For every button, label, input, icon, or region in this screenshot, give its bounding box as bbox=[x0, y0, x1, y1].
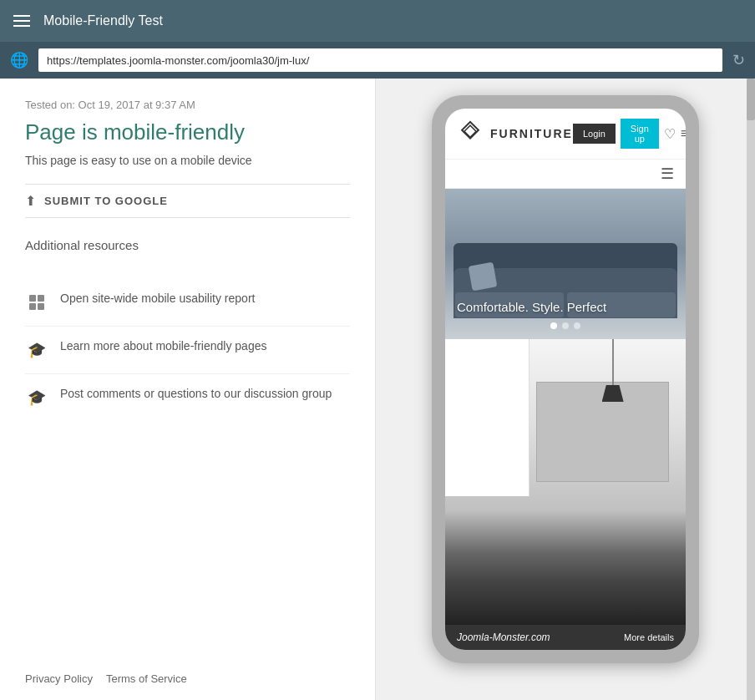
hamburger-icon[interactable]: ☰ bbox=[661, 165, 674, 183]
resource-text-report: Open site-wide mobile usability report bbox=[60, 291, 255, 307]
phone-nav-row2: ☰ bbox=[445, 160, 686, 189]
resource-list: Open site-wide mobile usability report 🎓… bbox=[25, 279, 350, 421]
globe-icon: 🌐 bbox=[10, 51, 28, 69]
submit-label: SUBMIT TO GOOGLE bbox=[44, 195, 168, 207]
discussion-icon: 🎓 bbox=[28, 388, 46, 407]
additional-resources-heading: Additional resources bbox=[25, 238, 350, 252]
resource-text-discuss: Post comments or questions to our discus… bbox=[60, 386, 332, 403]
browser-header: Mobile-Friendly Test bbox=[0, 0, 755, 42]
discuss-icon: 🎓 bbox=[25, 386, 48, 409]
resource-item-report[interactable]: Open site-wide mobile usability report bbox=[25, 279, 350, 327]
phone-bottom-bar: Joomla-Monster.com More details bbox=[445, 625, 686, 650]
phone-screen: FURNITURE Login Sign up ♡ ≡ 🛒 0 bbox=[445, 109, 686, 650]
scrollbar-thumb[interactable] bbox=[747, 79, 755, 120]
kitchen-lamp-pole bbox=[612, 339, 614, 389]
tested-on: Tested on: Oct 19, 2017 at 9:37 AM bbox=[25, 99, 350, 111]
main-content: Tested on: Oct 19, 2017 at 9:37 AM Page … bbox=[0, 79, 755, 700]
privacy-policy-link[interactable]: Privacy Policy bbox=[25, 672, 93, 685]
phone-frame: FURNITURE Login Sign up ♡ ≡ 🛒 0 bbox=[432, 95, 699, 663]
submit-to-google-button[interactable]: ⬆ SUBMIT TO GOOGLE bbox=[25, 184, 350, 218]
left-panel: Tested on: Oct 19, 2017 at 9:37 AM Page … bbox=[0, 79, 376, 700]
menu-icon[interactable] bbox=[13, 15, 30, 27]
upload-icon: ⬆ bbox=[25, 193, 36, 209]
sofa-scene bbox=[445, 189, 686, 339]
kitchen-appliance bbox=[536, 382, 668, 482]
more-details-link[interactable]: More details bbox=[624, 632, 674, 642]
kitchen-scene bbox=[445, 339, 686, 625]
hero-dots bbox=[550, 322, 580, 329]
additional-resources: Additional resources bbox=[25, 238, 350, 264]
resource-text-learn: Learn more about mobile-friendly pages bbox=[60, 338, 266, 355]
resource-item-learn[interactable]: 🎓 Learn more about mobile-friendly pages bbox=[25, 327, 350, 374]
scrollbar[interactable] bbox=[747, 79, 755, 700]
logo-diamond-icon bbox=[457, 120, 484, 147]
phone-logo: FURNITURE bbox=[457, 120, 573, 147]
terms-of-service-link[interactable]: Terms of Service bbox=[106, 672, 187, 685]
refresh-icon[interactable]: ↻ bbox=[732, 51, 745, 69]
url-bar: 🌐 ↻ bbox=[0, 42, 755, 79]
graduation-icon: 🎓 bbox=[28, 341, 46, 359]
signup-button[interactable]: Sign up bbox=[621, 119, 659, 149]
login-button[interactable]: Login bbox=[573, 124, 616, 144]
footer-links: Privacy Policy Terms of Service bbox=[25, 672, 187, 685]
learn-icon: 🎓 bbox=[25, 338, 48, 362]
browser-title: Mobile-Friendly Test bbox=[43, 13, 163, 28]
result-heading: Page is mobile-friendly bbox=[25, 119, 350, 145]
resource-item-discuss[interactable]: 🎓 Post comments or questions to our disc… bbox=[25, 374, 350, 421]
right-panel: FURNITURE Login Sign up ♡ ≡ 🛒 0 bbox=[376, 79, 755, 700]
phone-nav-icons: Login Sign up ♡ ≡ 🛒 0 bbox=[573, 119, 686, 149]
joomla-brand: Joomla-Monster.com bbox=[457, 632, 550, 643]
phone-kitchen bbox=[445, 339, 686, 625]
dot-2[interactable] bbox=[562, 322, 569, 329]
url-input[interactable] bbox=[38, 48, 722, 72]
kitchen-cabinet-left bbox=[445, 339, 530, 496]
heart-icon[interactable]: ♡ bbox=[664, 126, 676, 142]
report-icon bbox=[25, 291, 48, 314]
pillow bbox=[469, 262, 498, 292]
logo-text: FURNITURE bbox=[490, 127, 573, 140]
hero-text-overlay: Comfortable. Style. Perfect bbox=[457, 300, 606, 314]
dot-1[interactable] bbox=[550, 322, 557, 329]
result-subtext: This page is easy to use on a mobile dev… bbox=[25, 154, 350, 167]
list-icon[interactable]: ≡ bbox=[681, 126, 686, 141]
svg-rect-0 bbox=[462, 122, 479, 139]
phone-nav: FURNITURE Login Sign up ♡ ≡ 🛒 0 bbox=[445, 109, 686, 160]
phone-hero: Comfortable. Style. Perfect bbox=[445, 189, 686, 339]
dot-3[interactable] bbox=[574, 322, 580, 329]
